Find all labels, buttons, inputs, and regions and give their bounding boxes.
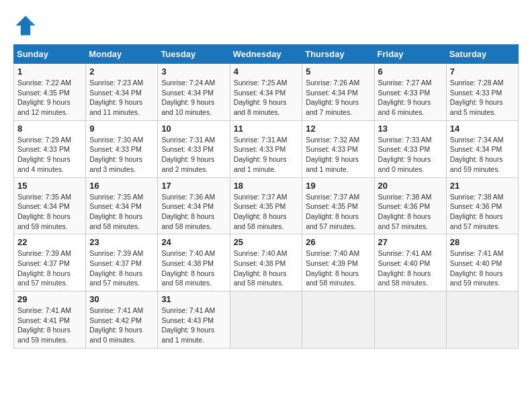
calendar-day-cell: 22Sunrise: 7:39 AMSunset: 4:37 PMDayligh… <box>14 234 86 291</box>
weekday-header: Monday <box>86 45 158 64</box>
day-number: 7 <box>450 66 515 77</box>
calendar-day-cell: 11Sunrise: 7:31 AMSunset: 4:33 PMDayligh… <box>230 120 302 177</box>
calendar-day-cell: 26Sunrise: 7:40 AMSunset: 4:39 PMDayligh… <box>302 234 374 291</box>
day-info: Sunrise: 7:40 AMSunset: 4:38 PMDaylight:… <box>161 248 226 288</box>
calendar-day-cell: 18Sunrise: 7:37 AMSunset: 4:35 PMDayligh… <box>230 177 302 234</box>
day-info: Sunrise: 7:29 AMSunset: 4:33 PMDaylight:… <box>17 135 82 175</box>
calendar-day-cell: 31Sunrise: 7:41 AMSunset: 4:43 PMDayligh… <box>158 291 230 349</box>
day-number: 19 <box>306 181 370 191</box>
day-number: 21 <box>450 181 515 191</box>
day-info: Sunrise: 7:38 AMSunset: 4:36 PMDaylight:… <box>378 192 443 232</box>
day-info: Sunrise: 7:22 AMSunset: 4:35 PMDaylight:… <box>17 78 82 118</box>
calendar-day-cell <box>446 291 518 349</box>
day-number: 5 <box>306 66 370 77</box>
calendar-week-row: 22Sunrise: 7:39 AMSunset: 4:37 PMDayligh… <box>14 234 519 291</box>
calendar-day-cell: 28Sunrise: 7:41 AMSunset: 4:40 PMDayligh… <box>446 234 518 291</box>
day-info: Sunrise: 7:36 AMSunset: 4:34 PMDaylight:… <box>161 192 226 232</box>
weekday-header: Sunday <box>14 45 86 64</box>
calendar-day-cell: 15Sunrise: 7:35 AMSunset: 4:34 PMDayligh… <box>14 177 86 234</box>
calendar-week-row: 15Sunrise: 7:35 AMSunset: 4:34 PMDayligh… <box>14 177 519 234</box>
day-info: Sunrise: 7:40 AMSunset: 4:39 PMDaylight:… <box>306 248 370 288</box>
day-number: 12 <box>306 124 370 134</box>
day-number: 15 <box>17 181 82 191</box>
calendar-day-cell: 2Sunrise: 7:23 AMSunset: 4:34 PMDaylight… <box>86 64 158 121</box>
calendar-day-cell <box>230 291 302 349</box>
calendar-day-cell <box>374 291 446 349</box>
day-info: Sunrise: 7:26 AMSunset: 4:34 PMDaylight:… <box>306 78 370 118</box>
day-info: Sunrise: 7:25 AMSunset: 4:34 PMDaylight:… <box>234 78 299 118</box>
day-info: Sunrise: 7:32 AMSunset: 4:33 PMDaylight:… <box>306 135 370 175</box>
day-info: Sunrise: 7:31 AMSunset: 4:33 PMDaylight:… <box>161 135 226 175</box>
calendar-day-cell: 23Sunrise: 7:39 AMSunset: 4:37 PMDayligh… <box>86 234 158 291</box>
calendar-header-row: SundayMondayTuesdayWednesdayThursdayFrid… <box>14 45 519 64</box>
day-number: 8 <box>17 124 82 134</box>
day-number: 11 <box>234 124 299 134</box>
logo-icon <box>13 13 38 38</box>
weekday-header: Tuesday <box>158 45 230 64</box>
day-number: 9 <box>89 124 154 134</box>
day-number: 28 <box>450 237 515 247</box>
day-number: 2 <box>89 66 154 77</box>
calendar-day-cell <box>302 291 374 349</box>
day-number: 17 <box>161 181 226 191</box>
day-info: Sunrise: 7:23 AMSunset: 4:34 PMDaylight:… <box>89 78 154 118</box>
weekday-header: Wednesday <box>230 45 302 64</box>
day-number: 16 <box>89 181 154 191</box>
day-info: Sunrise: 7:40 AMSunset: 4:38 PMDaylight:… <box>234 248 299 288</box>
day-number: 20 <box>378 181 443 191</box>
calendar-day-cell: 25Sunrise: 7:40 AMSunset: 4:38 PMDayligh… <box>230 234 302 291</box>
day-info: Sunrise: 7:41 AMSunset: 4:40 PMDaylight:… <box>378 248 443 288</box>
day-info: Sunrise: 7:28 AMSunset: 4:33 PMDaylight:… <box>450 78 515 118</box>
day-info: Sunrise: 7:39 AMSunset: 4:37 PMDaylight:… <box>89 248 154 288</box>
day-info: Sunrise: 7:34 AMSunset: 4:34 PMDaylight:… <box>450 135 515 175</box>
day-info: Sunrise: 7:35 AMSunset: 4:34 PMDaylight:… <box>89 192 154 232</box>
day-number: 26 <box>306 237 370 247</box>
calendar-day-cell: 21Sunrise: 7:38 AMSunset: 4:36 PMDayligh… <box>446 177 518 234</box>
calendar-day-cell: 17Sunrise: 7:36 AMSunset: 4:34 PMDayligh… <box>158 177 230 234</box>
weekday-header: Friday <box>374 45 446 64</box>
day-number: 13 <box>378 124 443 134</box>
calendar-day-cell: 16Sunrise: 7:35 AMSunset: 4:34 PMDayligh… <box>86 177 158 234</box>
day-info: Sunrise: 7:41 AMSunset: 4:41 PMDaylight:… <box>17 306 82 345</box>
day-number: 23 <box>89 237 154 247</box>
day-number: 14 <box>450 124 515 134</box>
day-number: 4 <box>234 66 299 77</box>
day-number: 18 <box>234 181 299 191</box>
day-number: 29 <box>17 294 82 304</box>
day-info: Sunrise: 7:41 AMSunset: 4:40 PMDaylight:… <box>450 248 515 288</box>
day-number: 31 <box>161 294 226 304</box>
calendar-day-cell: 6Sunrise: 7:27 AMSunset: 4:33 PMDaylight… <box>374 64 446 121</box>
calendar-body: 1Sunrise: 7:22 AMSunset: 4:35 PMDaylight… <box>14 64 519 349</box>
calendar-day-cell: 13Sunrise: 7:33 AMSunset: 4:33 PMDayligh… <box>374 120 446 177</box>
calendar-day-cell: 20Sunrise: 7:38 AMSunset: 4:36 PMDayligh… <box>374 177 446 234</box>
calendar-week-row: 8Sunrise: 7:29 AMSunset: 4:33 PMDaylight… <box>14 120 519 177</box>
day-info: Sunrise: 7:41 AMSunset: 4:42 PMDaylight:… <box>89 306 154 345</box>
calendar-day-cell: 5Sunrise: 7:26 AMSunset: 4:34 PMDaylight… <box>302 64 374 121</box>
weekday-header: Saturday <box>446 45 518 64</box>
day-info: Sunrise: 7:37 AMSunset: 4:35 PMDaylight:… <box>306 192 370 232</box>
calendar-day-cell: 19Sunrise: 7:37 AMSunset: 4:35 PMDayligh… <box>302 177 374 234</box>
calendar-day-cell: 1Sunrise: 7:22 AMSunset: 4:35 PMDaylight… <box>14 64 86 121</box>
day-number: 27 <box>378 237 443 247</box>
day-number: 6 <box>378 66 443 77</box>
calendar-day-cell: 3Sunrise: 7:24 AMSunset: 4:34 PMDaylight… <box>158 64 230 121</box>
day-number: 24 <box>161 237 226 247</box>
day-info: Sunrise: 7:27 AMSunset: 4:33 PMDaylight:… <box>378 78 443 118</box>
day-info: Sunrise: 7:35 AMSunset: 4:34 PMDaylight:… <box>17 192 82 232</box>
calendar-day-cell: 4Sunrise: 7:25 AMSunset: 4:34 PMDaylight… <box>230 64 302 121</box>
day-info: Sunrise: 7:30 AMSunset: 4:33 PMDaylight:… <box>89 135 154 175</box>
page-header <box>13 13 519 38</box>
calendar-table: SundayMondayTuesdayWednesdayThursdayFrid… <box>13 44 519 349</box>
day-info: Sunrise: 7:38 AMSunset: 4:36 PMDaylight:… <box>450 192 515 232</box>
day-info: Sunrise: 7:31 AMSunset: 4:33 PMDaylight:… <box>234 135 299 175</box>
calendar-day-cell: 8Sunrise: 7:29 AMSunset: 4:33 PMDaylight… <box>14 120 86 177</box>
day-info: Sunrise: 7:24 AMSunset: 4:34 PMDaylight:… <box>161 78 226 118</box>
day-number: 22 <box>17 237 82 247</box>
calendar-week-row: 29Sunrise: 7:41 AMSunset: 4:41 PMDayligh… <box>14 291 519 349</box>
calendar-day-cell: 10Sunrise: 7:31 AMSunset: 4:33 PMDayligh… <box>158 120 230 177</box>
calendar-day-cell: 30Sunrise: 7:41 AMSunset: 4:42 PMDayligh… <box>86 291 158 349</box>
day-number: 10 <box>161 124 226 134</box>
calendar-day-cell: 29Sunrise: 7:41 AMSunset: 4:41 PMDayligh… <box>14 291 86 349</box>
calendar-day-cell: 9Sunrise: 7:30 AMSunset: 4:33 PMDaylight… <box>86 120 158 177</box>
day-number: 3 <box>161 66 226 77</box>
